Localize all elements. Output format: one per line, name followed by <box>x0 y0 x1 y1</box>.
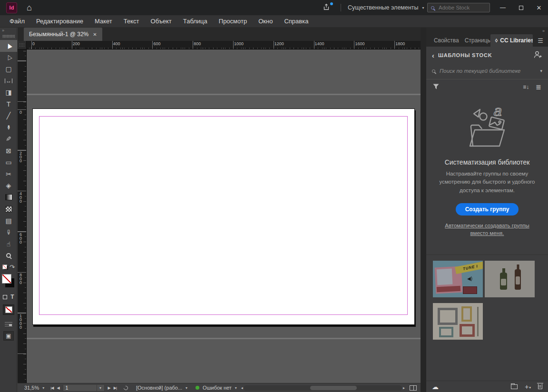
next-page-button[interactable]: ▶ <box>108 386 110 390</box>
rectangle-frame-tool[interactable]: ⊠ <box>0 145 17 157</box>
prev-page-button[interactable]: ◀ <box>57 386 59 390</box>
master-dropdown-icon[interactable]: ▾ <box>186 386 187 390</box>
sort-icon[interactable]: ≡↓ <box>523 84 529 90</box>
menu-4[interactable]: Объект <box>145 15 177 28</box>
eyedropper-tool[interactable]: ✑ <box>0 226 17 238</box>
panel-divider[interactable] <box>421 28 426 392</box>
restore-button[interactable] <box>512 0 530 15</box>
zoom-dropdown-icon[interactable]: ▾ <box>42 386 44 390</box>
scroll-left-icon[interactable]: ◂ <box>241 386 243 390</box>
scissors-tool[interactable]: ✂ <box>0 168 17 180</box>
list-view-icon[interactable]: ≣ <box>536 83 541 91</box>
filter-icon[interactable] <box>433 83 439 91</box>
swap-fill-stroke-icon[interactable]: ↷ <box>10 264 15 271</box>
zoom-level[interactable]: 31,5% <box>24 385 39 391</box>
rotate-spread-icon[interactable] <box>123 385 129 391</box>
horizontal-ruler[interactable]: 020040060080010001200140016001800 <box>27 41 421 49</box>
page-number-input[interactable] <box>63 385 97 391</box>
share-icon[interactable] <box>323 3 332 12</box>
scroll-right-icon[interactable]: ▸ <box>403 386 404 390</box>
view-options-icon[interactable] <box>5 321 12 326</box>
asset-thumbnail-bottles[interactable] <box>485 261 535 297</box>
panel-menu-icon[interactable]: ☰ <box>533 34 548 47</box>
preflight-dropdown-icon[interactable]: ▾ <box>235 386 237 390</box>
speaker-icon: ◀) <box>467 276 472 281</box>
library-search-input[interactable] <box>440 68 536 74</box>
asset-thumbnail-frames[interactable] <box>433 303 483 340</box>
add-asset-button[interactable]: + ▾ <box>525 384 531 390</box>
last-page-button[interactable]: ▶| <box>114 386 117 390</box>
drag-grip-icon[interactable] <box>2 35 15 38</box>
menu-7[interactable]: Окно <box>253 15 278 28</box>
formatting-affects-text-button[interactable]: T <box>10 294 14 300</box>
zoom-tool[interactable] <box>0 250 17 262</box>
create-group-button[interactable]: Создать группу <box>456 203 519 216</box>
menu-6[interactable]: Просмотр <box>213 15 253 28</box>
horizontal-scrollbar[interactable]: ◂ ▸ <box>241 385 404 391</box>
gradient-swatch-tool[interactable] <box>0 192 17 204</box>
menu-0[interactable]: Файл <box>4 15 30 28</box>
document-page[interactable] <box>32 108 415 325</box>
tab-properties[interactable]: Свойства <box>429 34 460 47</box>
master-page-label[interactable]: [Основной] (рабо... <box>136 385 182 391</box>
menu-8[interactable]: Справка <box>278 15 314 28</box>
document-canvas[interactable] <box>27 49 421 383</box>
first-page-button[interactable]: |◀ <box>50 386 53 390</box>
page-number-field[interactable]: ▾ <box>63 384 105 392</box>
adobe-stock-search[interactable] <box>427 3 490 12</box>
menu-3[interactable]: Текст <box>118 15 145 28</box>
auto-create-groups-link[interactable]: Автоматически создавать группы вместо ме… <box>440 222 535 237</box>
collapse-panel-icon[interactable]: » <box>542 29 544 33</box>
home-icon[interactable]: ⌂ <box>27 3 32 12</box>
page-tool[interactable]: ▢ <box>0 63 17 75</box>
library-search[interactable]: ▾ <box>432 65 542 77</box>
asset-thumbnail-music-poster[interactable]: TUNE I ◀) <box>433 261 483 297</box>
workspace-switcher[interactable]: Существенные элементы ▾ <box>341 0 431 15</box>
content-collector-tool[interactable]: ◨ <box>0 87 17 98</box>
default-fill-stroke-icon[interactable] <box>2 265 8 270</box>
tab-cc-libraries[interactable]: ◊ CC Libraries <box>490 34 533 47</box>
spread-view-icon[interactable] <box>410 385 417 391</box>
pen-tool[interactable]: ✒ <box>0 122 17 134</box>
hand-tool[interactable]: ☝ <box>0 238 17 250</box>
menu-5[interactable]: Таблица <box>177 15 213 28</box>
note-tool[interactable]: ▤ <box>0 215 17 227</box>
apply-none-button[interactable] <box>3 304 14 315</box>
invite-person-icon[interactable] <box>533 50 542 60</box>
ruler-origin-corner[interactable] <box>18 41 27 49</box>
new-group-folder-icon[interactable] <box>511 384 518 389</box>
tab-pages[interactable]: Страницы <box>460 34 490 47</box>
close-tab-icon[interactable]: ✕ <box>93 32 97 37</box>
screen-mode-button[interactable]: ▣ <box>3 331 14 341</box>
menu-2[interactable]: Макет <box>89 15 118 28</box>
selection-tool[interactable]: ▶ <box>0 40 17 52</box>
formatting-affects-container-button[interactable] <box>3 295 7 299</box>
direct-selection-tool[interactable]: ▷ <box>0 52 17 64</box>
page-dropdown[interactable]: ▾ <box>97 385 104 391</box>
delete-icon[interactable] <box>538 384 542 389</box>
line-tool[interactable]: ╱ <box>0 110 17 122</box>
tools-list: ▶▷▢↔◨T╱✒✎⊠▭✂◈▤✑☝ <box>0 40 17 262</box>
document-tab[interactable]: Безымянный-1 @ 32% ✕ <box>24 28 102 41</box>
menu-1[interactable]: Редактирование <box>30 15 89 28</box>
fill-swatch-none[interactable] <box>2 274 11 284</box>
type-tool[interactable]: T <box>0 98 17 110</box>
fill-stroke-indicator[interactable] <box>0 273 17 290</box>
gradient-feather-tool[interactable] <box>0 203 17 215</box>
collapse-panel-icon[interactable]: » <box>2 28 4 33</box>
scrollbar-thumb[interactable] <box>310 386 357 390</box>
minimize-button[interactable]: — <box>494 0 512 15</box>
preflight-status-label[interactable]: Ошибок нет <box>203 385 232 391</box>
back-icon[interactable]: ‹ <box>432 51 434 59</box>
scrollbar-track[interactable] <box>244 385 402 391</box>
stock-search-input[interactable] <box>439 5 481 10</box>
rectangle-tool[interactable]: ▭ <box>0 157 17 168</box>
vertical-ruler[interactable]: 02 0 04 0 06 0 08 0 01 0 0 0 <box>18 49 27 383</box>
free-transform-tool[interactable]: ◈ <box>0 180 17 192</box>
sync-status-cloud-icon[interactable]: ☁ <box>432 383 439 391</box>
search-scope-dropdown-icon[interactable]: ▾ <box>540 69 542 73</box>
pencil-tool[interactable]: ✎ <box>0 133 17 145</box>
tools-panel-header[interactable]: » <box>0 28 17 40</box>
close-button[interactable]: ✕ <box>530 0 548 15</box>
gap-tool[interactable]: ↔ <box>0 75 17 87</box>
